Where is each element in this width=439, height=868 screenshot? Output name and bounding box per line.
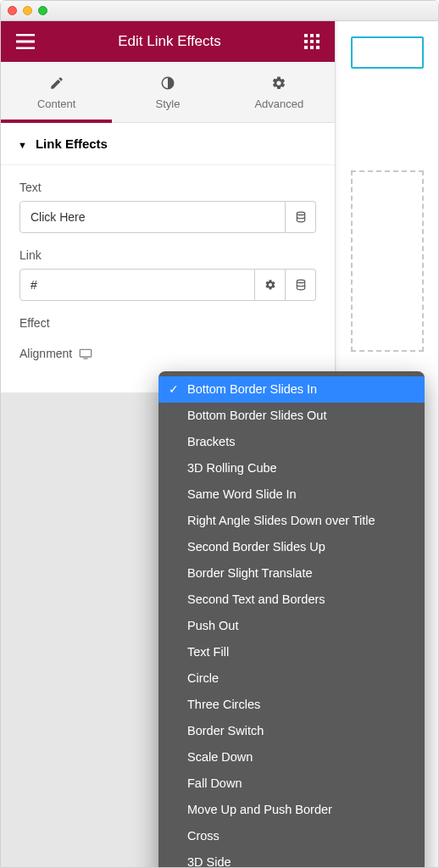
svg-rect-7 [310,46,314,49]
link-input[interactable] [19,269,255,301]
database-icon [295,211,307,223]
panel-tabs: Content Style Advanced [1,62,335,123]
tab-style[interactable]: Style [112,62,223,122]
field-effect: Effect [19,316,316,330]
effect-option[interactable]: 3D Side [158,849,425,868]
svg-rect-1 [310,34,314,37]
tab-label: Style [156,97,181,110]
effect-option[interactable]: Three Circles [158,692,425,718]
effect-option[interactable]: 3D Rolling Cube [158,455,425,481]
effect-option[interactable]: Second Border Slides Up [158,534,425,560]
effect-option[interactable]: Same Word Slide In [158,481,425,508]
contrast-icon [112,75,223,91]
dynamic-tags-button[interactable] [286,201,316,233]
effect-option[interactable]: Cross [158,823,425,849]
maximize-window-button[interactable] [38,6,47,15]
section-toggle-link-effects[interactable]: ▼ Link Effects [1,123,335,165]
effect-option[interactable]: Push Out [158,613,425,639]
tab-advanced[interactable]: Advanced [224,62,335,122]
tab-content[interactable]: Content [1,62,112,122]
panel-header: Edit Link Effects [1,21,335,62]
caret-down-icon: ▼ [18,140,27,150]
gear-icon [224,75,335,91]
controls-area: Text Link [1,165,335,392]
text-input[interactable] [19,201,286,233]
panel-title: Edit Link Effects [118,33,221,50]
field-label-text: Text [19,181,316,194]
section-title: Link Effects [36,136,108,151]
effect-option[interactable]: Second Text and Borders [158,587,425,613]
effect-option[interactable]: Move Up and Push Border [158,797,425,823]
menu-button[interactable] [16,34,35,49]
effect-option[interactable]: Fall Down [158,771,425,797]
field-alignment: Alignment [19,347,316,360]
field-text: Text [19,181,316,233]
svg-rect-12 [81,349,92,357]
svg-rect-0 [304,34,308,37]
gear-icon [264,279,276,291]
minimize-window-button[interactable] [23,6,32,15]
dynamic-tags-button[interactable] [286,269,316,301]
svg-point-10 [297,212,304,215]
selected-widget-outline[interactable] [351,36,424,69]
effect-option[interactable]: Brackets [158,429,425,455]
effect-dropdown[interactable]: Bottom Border Slides InBottom Border Sli… [158,371,425,868]
effect-option[interactable]: Circle [158,665,425,692]
effect-option[interactable]: Bottom Border Slides Out [158,403,425,429]
database-icon [295,279,307,291]
pencil-icon [1,75,112,91]
effect-option[interactable]: Bottom Border Slides In [158,376,425,403]
svg-rect-6 [304,46,308,49]
svg-rect-2 [316,34,320,37]
svg-rect-5 [316,40,320,43]
drop-area-placeholder[interactable] [351,170,424,352]
link-options-button[interactable] [255,269,286,301]
tab-label: Advanced [254,97,303,110]
field-label-alignment: Alignment [19,347,72,360]
field-label-effect: Effect [19,316,50,330]
effect-option[interactable]: Border Slight Translate [158,560,425,587]
svg-point-11 [297,280,304,283]
svg-rect-8 [316,46,320,49]
window-titlebar [1,1,438,21]
field-link: Link [19,248,316,301]
window-frame: Edit Link Effects Content Style [0,0,439,868]
svg-rect-3 [304,40,308,43]
effect-option[interactable]: Border Switch [158,718,425,744]
tab-label: Content [37,97,76,110]
effect-option[interactable]: Text Fill [158,639,425,665]
effect-option[interactable]: Scale Down [158,744,425,771]
elements-grid-button[interactable] [304,34,320,49]
effect-option[interactable]: Right Angle Slides Down over Title [158,508,425,534]
field-label-link: Link [19,248,316,262]
close-window-button[interactable] [8,6,17,15]
svg-rect-4 [310,40,314,43]
responsive-icon[interactable] [79,348,92,359]
